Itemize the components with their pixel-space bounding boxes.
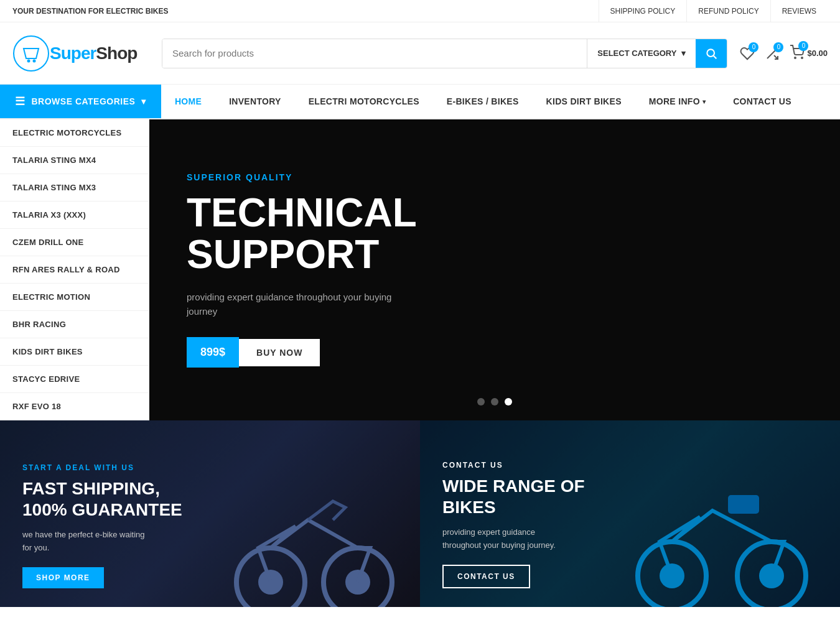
topbar-tagline: YOUR DESTINATION FOR ELECTRIC BIKES: [12, 7, 168, 16]
card-left-content: START A DEAL WITH US FAST SHIPPING,100% …: [0, 445, 420, 607]
browse-label: BROWSE CATEGORIES: [32, 96, 136, 106]
sidebar-item-talaria-mx4[interactable]: TALARIA STING MX4: [0, 147, 149, 174]
wishlist-badge: 0: [749, 42, 758, 52]
category-selector[interactable]: SELECT CATEGORY ▾: [587, 39, 696, 68]
wishlist-button[interactable]: 0: [740, 46, 755, 61]
fast-shipping-card: START A DEAL WITH US FAST SHIPPING,100% …: [0, 420, 420, 607]
chevron-down-icon: ▾: [141, 96, 146, 106]
shipping-policy-link[interactable]: SHIPPING POLICY: [599, 0, 687, 22]
search-area: SELECT CATEGORY ▾: [162, 39, 727, 68]
sidebar-item-stacyc[interactable]: STACYC EDRIVE: [0, 366, 149, 393]
hero-description: providing expert guidance throughout you…: [187, 290, 417, 318]
logo-text: SuperShop: [50, 44, 137, 63]
browse-categories-button[interactable]: ☰ BROWSE CATEGORIES ▾: [0, 85, 161, 118]
nav-home[interactable]: HOME: [161, 85, 215, 118]
nav-kids-dirt-bikes[interactable]: KIDS DIRT BIKES: [533, 85, 635, 118]
chevron-down-icon: ▾: [681, 49, 686, 58]
logo[interactable]: SuperShop: [12, 35, 149, 72]
sidebar-item-talaria-x3[interactable]: TALARIA X3 (XXX): [0, 202, 149, 229]
shop-more-button[interactable]: SHOP MORE: [22, 567, 104, 588]
hero-dots: [477, 398, 512, 405]
svg-point-0: [14, 36, 49, 71]
header-actions: 0 0 0 $0.00: [740, 45, 828, 62]
svg-point-2: [33, 59, 36, 62]
cart-button[interactable]: 0 $0.00: [790, 45, 828, 62]
hero-actions: 899$ BUY NOW: [187, 337, 417, 368]
nav-more-info[interactable]: MORE INFO ▾: [635, 85, 719, 118]
topbar: YOUR DESTINATION FOR ELECTRIC BIKES SHIP…: [0, 0, 840, 22]
svg-point-3: [707, 49, 715, 57]
logo-super: Super: [50, 44, 96, 63]
topbar-links: SHIPPING POLICY REFUND POLICY REVIEWS: [599, 0, 828, 22]
slide-dot-3[interactable]: [505, 398, 512, 405]
card-right-description: providing expert guidancethroughout your…: [442, 526, 629, 552]
svg-point-1: [27, 59, 30, 62]
refund-policy-link[interactable]: REFUND POLICY: [686, 0, 770, 22]
search-input[interactable]: [162, 39, 587, 68]
cart-total: $0.00: [807, 49, 828, 58]
nav-ebikes[interactable]: E-BIKES / BIKES: [433, 85, 533, 118]
search-icon: [705, 47, 717, 60]
slide-dot-2[interactable]: [491, 398, 498, 405]
logo-shop: Shop: [96, 44, 137, 63]
hero-content: SUPERIOR QUALITY TECHNICALSUPPORT provid…: [149, 147, 454, 392]
bottom-cards: START A DEAL WITH US FAST SHIPPING,100% …: [0, 420, 840, 607]
card-left-pretitle: START A DEAL WITH US: [22, 463, 398, 472]
sidebar-item-czem[interactable]: CZEM DRILL ONE: [0, 229, 149, 256]
logo-icon: [12, 35, 50, 72]
category-label: SELECT CATEGORY: [597, 49, 676, 58]
hero-title: TECHNICALSUPPORT: [187, 192, 417, 276]
sidebar-item-kids-dirt-bikes[interactable]: KIDS DIRT BIKES: [0, 338, 149, 366]
contact-us-card: CONTACT US WIDE RANGE OFBIKES providing …: [420, 420, 840, 607]
card-right-pretitle: CONTACT US: [442, 461, 818, 470]
buy-now-button[interactable]: BUY NOW: [239, 339, 320, 366]
sidebar-item-electric-motorcycles[interactable]: ELECTRIC MOTORCYCLES: [0, 119, 149, 147]
sidebar-item-talaria-mx3[interactable]: TALARIA STING MX3: [0, 174, 149, 202]
search-button[interactable]: [696, 39, 727, 68]
nav-inventory[interactable]: INVENTORY: [215, 85, 295, 118]
hero-banner: SUPERIOR QUALITY TECHNICALSUPPORT provid…: [149, 119, 840, 420]
slide-dot-1[interactable]: [477, 398, 485, 405]
sidebar-item-electric-motion[interactable]: ELECTRIC MOTION: [0, 284, 149, 311]
card-left-title: FAST SHIPPING,100% Guarantee: [22, 478, 398, 520]
price-tag: 899$: [187, 337, 239, 368]
sidebar-item-rfn[interactable]: RFN ARES RALLY & ROAD: [0, 256, 149, 284]
header: SuperShop SELECT CATEGORY ▾ 0 0: [0, 22, 840, 85]
sidebar-item-bhr[interactable]: BHR RACING: [0, 311, 149, 338]
compare-button[interactable]: 0: [765, 46, 780, 61]
svg-point-7: [795, 57, 796, 58]
dropdown-arrow-icon: ▾: [702, 98, 706, 105]
sidebar: ELECTRIC MOTORCYCLES TALARIA STING MX4 T…: [0, 119, 149, 420]
compare-badge: 0: [773, 42, 783, 52]
card-left-description: we have the perfect e-bike waitingfor yo…: [22, 529, 209, 555]
card-right-title: WIDE RANGE OFBIKES: [442, 476, 818, 517]
nav-electri-motorcycles[interactable]: ELECTRI MOTORCYCLES: [295, 85, 433, 118]
nav-contact-us[interactable]: CONTACT US: [719, 85, 805, 118]
hero-subtitle: SUPERIOR QUALITY: [187, 172, 417, 182]
contact-us-button[interactable]: CONTACT US: [442, 565, 530, 588]
hamburger-icon: ☰: [15, 95, 26, 108]
nav-links: HOME INVENTORY ELECTRI MOTORCYCLES E-BIK…: [161, 85, 840, 118]
main-layout: ELECTRIC MOTORCYCLES TALARIA STING MX4 T…: [0, 119, 840, 420]
svg-line-4: [714, 55, 717, 58]
svg-point-8: [801, 57, 803, 58]
card-right-content: CONTACT US WIDE RANGE OFBIKES providing …: [420, 442, 840, 607]
navigation: ☰ BROWSE CATEGORIES ▾ HOME INVENTORY ELE…: [0, 85, 840, 119]
cart-badge: 0: [798, 41, 808, 51]
reviews-link[interactable]: REVIEWS: [770, 0, 828, 22]
sidebar-item-rxf[interactable]: RXF EVO 18: [0, 393, 149, 420]
